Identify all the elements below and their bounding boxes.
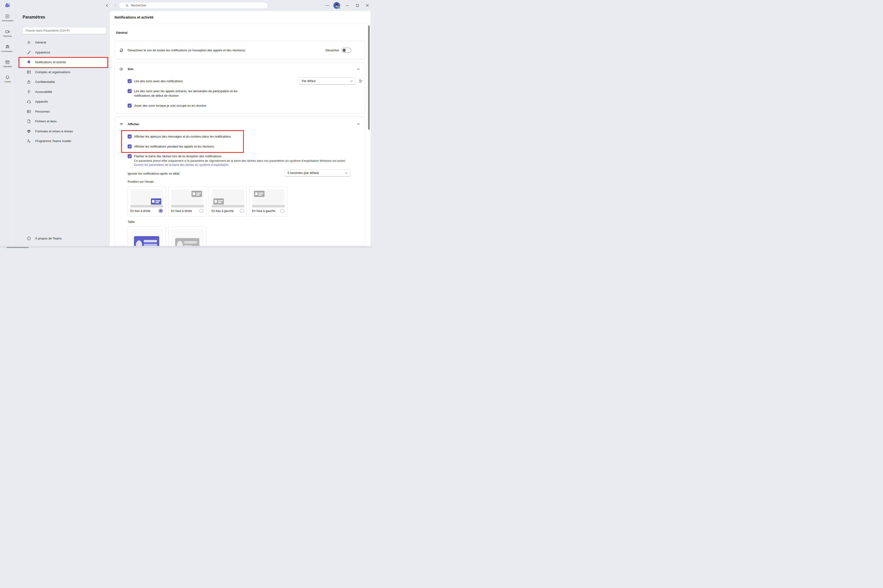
mute-all-state-label: Désactivé xyxy=(325,48,339,52)
show-during-calls-checkbox[interactable] xyxy=(128,144,132,148)
mute-all-toggle[interactable] xyxy=(342,48,351,52)
position-label: En bas à droite xyxy=(131,209,150,213)
position-label: En bas à gauche xyxy=(212,209,234,213)
sidebar-item-label: Notifications et activité xyxy=(35,60,66,64)
display-card: Afficher Afficher les aperçus des messag… xyxy=(114,116,365,246)
vertical-scrollbar[interactable] xyxy=(368,26,370,130)
sidebar-item-accounts[interactable]: Comptes et organisations xyxy=(20,67,107,77)
flash-taskbar-note: Ce paramètre prend effet uniquement si l… xyxy=(134,159,346,162)
rail-item-label: Calendrier xyxy=(0,65,15,68)
sound-section-title: Son xyxy=(128,67,134,71)
sound-calls-checkbox[interactable] xyxy=(128,89,132,93)
settings-title: Paramètres xyxy=(23,15,45,20)
lock-icon xyxy=(27,80,31,84)
window-minimize-button[interactable] xyxy=(345,3,350,8)
sidebar-item-label: Accessibilité xyxy=(35,90,52,94)
screen-position-label: Position sur l’écran xyxy=(128,179,154,184)
calendar-icon xyxy=(5,60,10,64)
taskbar-settings-link[interactable]: Ouvrez les paramètres de la barre des tâ… xyxy=(134,163,229,166)
mute-all-toggle-group: Désactivé xyxy=(325,48,351,52)
position-bottom-left-card[interactable]: En bas à gauche xyxy=(209,186,247,216)
person-heart-icon xyxy=(27,139,31,143)
position-preview xyxy=(252,189,285,207)
sidebar-item-insider[interactable]: Programme Teams Insider xyxy=(20,136,107,146)
position-top-right-radio[interactable] xyxy=(199,209,203,213)
avatar[interactable] xyxy=(333,2,340,9)
info-icon xyxy=(27,236,31,241)
sidebar-item-devices[interactable]: Appareils xyxy=(20,97,107,106)
position-top-right-card[interactable]: En haut à droite xyxy=(168,186,206,216)
sidebar-item-general[interactable]: Général xyxy=(20,38,107,48)
sidebar-item-label: Fichiers et liens xyxy=(35,120,57,123)
position-preview xyxy=(131,189,163,207)
rail-item-label: Communaut... xyxy=(0,50,15,52)
size-label: Taille xyxy=(128,219,135,224)
settings-search-input[interactable]: Trouver dans Paramètres (Ctrl+F) xyxy=(23,27,106,34)
rail-item-calendar[interactable]: Calendrier xyxy=(0,60,15,68)
page-title: Notifications et activité xyxy=(114,15,153,19)
position-bottom-right-radio[interactable] xyxy=(159,209,163,213)
position-preview xyxy=(171,189,204,207)
diamond-icon xyxy=(27,129,31,134)
size-large-card[interactable] xyxy=(128,226,166,246)
dismiss-delay-dropdown[interactable]: 5 secondes (par défaut) xyxy=(285,170,350,177)
position-label: En haut à gauche xyxy=(252,209,275,213)
settings-sidebar: Paramètres Trouver dans Paramètres (Ctrl… xyxy=(15,0,110,246)
sound-notifications-checkbox[interactable] xyxy=(128,79,132,83)
position-top-left-radio[interactable] xyxy=(281,209,284,213)
collapse-sound-icon[interactable] xyxy=(356,67,360,71)
flash-taskbar-checkbox[interactable] xyxy=(128,154,132,158)
sidebar-item-appearance[interactable]: Apparence xyxy=(20,48,107,57)
sidebar-item-label: Apparence xyxy=(35,51,50,54)
settings-content: Notifications et activité Général Désact… xyxy=(110,11,371,246)
nav-forward-icon[interactable] xyxy=(113,3,118,8)
sidebar-item-label: Personnes xyxy=(35,110,50,113)
notification-sound-dropdown[interactable]: Par défaut xyxy=(299,78,356,85)
contact-card-icon xyxy=(27,109,31,114)
about-teams-button[interactable]: À propos de Teams xyxy=(27,236,62,241)
settings-nav: Général Apparence Notifications et activ… xyxy=(20,38,107,146)
rail-item-chat[interactable]: Conversation xyxy=(0,14,15,22)
show-during-calls-label: Afficher les notifications pendant les a… xyxy=(134,144,214,149)
size-compact-card[interactable] xyxy=(168,226,206,246)
sidebar-item-plans[interactable]: Formules et mises à niveau xyxy=(20,126,107,136)
sound-card: Son Lire des sons avec des notifications… xyxy=(114,63,365,113)
bell-icon xyxy=(27,60,31,64)
rail-item-activity[interactable]: Activité xyxy=(0,75,15,83)
search-input[interactable]: Rechercher xyxy=(119,2,268,9)
rail-item-label: Réunions xyxy=(0,35,15,37)
dismiss-delay-label: Ignorer les notifications après ce délai xyxy=(128,171,179,176)
play-sound-button[interactable] xyxy=(358,78,363,84)
window-close-button[interactable] xyxy=(365,3,370,8)
sound-busy-label: Jouer des sons lorsque je suis occupé ou… xyxy=(134,104,206,108)
presence-available-icon xyxy=(338,6,341,9)
teams-logo-icon[interactable]: T xyxy=(5,2,11,8)
sidebar-item-notifications[interactable]: Notifications et activité xyxy=(20,57,107,67)
sidebar-item-accessibility[interactable]: Accessibilité xyxy=(20,87,107,97)
rail-item-meetings[interactable]: Réunions xyxy=(0,29,15,37)
size-preview xyxy=(131,230,163,246)
show-previews-checkbox[interactable] xyxy=(128,135,132,138)
collapse-display-icon[interactable] xyxy=(356,122,360,126)
search-icon xyxy=(125,4,129,8)
position-bottom-right-card[interactable]: En bas à droite xyxy=(128,186,166,216)
bell-off-icon xyxy=(119,48,124,53)
sidebar-item-label: Comptes et organisations xyxy=(35,70,70,74)
position-label: En haut à droite xyxy=(171,209,192,213)
sidebar-item-people[interactable]: Personnes xyxy=(20,106,107,117)
more-options-icon[interactable] xyxy=(325,3,330,8)
sidebar-item-label: Formules et mises à niveau xyxy=(35,129,73,133)
rail-item-communities[interactable]: Communaut... xyxy=(0,44,15,52)
rail-item-label: Activité xyxy=(0,81,15,83)
sidebar-item-label: Programme Teams Insider xyxy=(35,139,71,143)
flash-taskbar-label: Flasher la barre des tâches lors de la r… xyxy=(134,154,221,159)
sidebar-item-label: Général xyxy=(35,40,46,44)
show-previews-label: Afficher les aperçus des messages et du … xyxy=(134,134,231,139)
sidebar-item-privacy[interactable]: Confidentialité xyxy=(20,77,107,87)
sound-busy-checkbox[interactable] xyxy=(128,104,132,108)
sound-notifications-label: Lire des sons avec des notifications xyxy=(134,79,183,83)
position-top-left-card[interactable]: En haut à gauche xyxy=(249,186,287,216)
position-bottom-left-radio[interactable] xyxy=(240,209,244,213)
sidebar-item-files[interactable]: Fichiers et liens xyxy=(20,116,107,126)
window-maximize-button[interactable] xyxy=(355,3,360,8)
